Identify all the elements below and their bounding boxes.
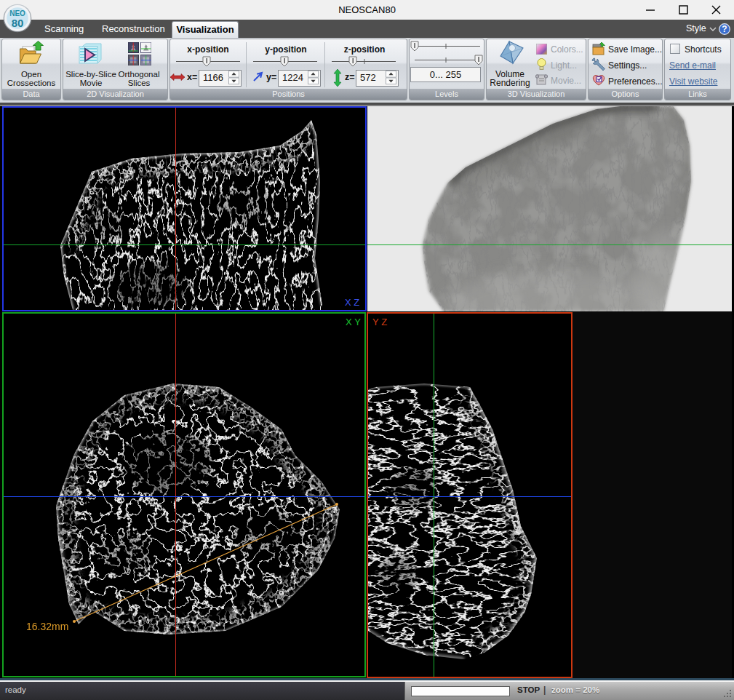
svg-text:80: 80 xyxy=(12,17,24,29)
svg-text:?: ? xyxy=(722,24,727,34)
svg-text:16.32mm: 16.32mm xyxy=(26,621,68,632)
